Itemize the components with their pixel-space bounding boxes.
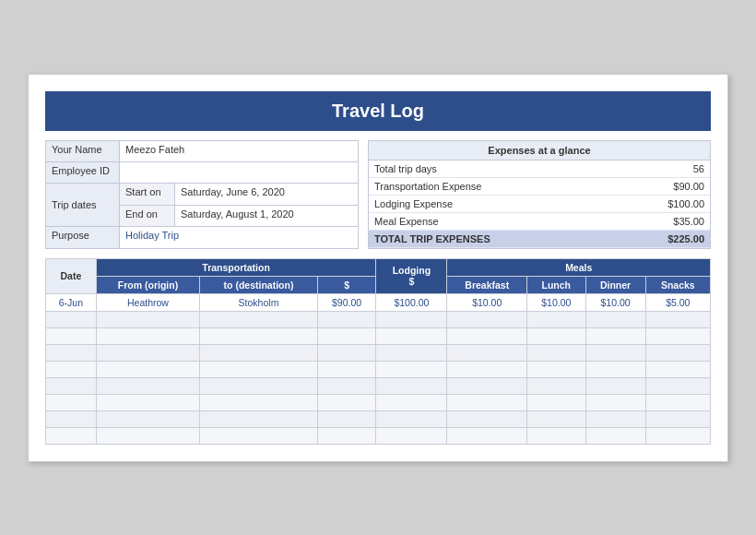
your-name-value: Meezo Fateh [120,140,359,161]
expenses-row-2: Lodging Expense $100.00 [369,195,710,212]
table-row-empty-3 [46,344,711,361]
expenses-row-1: Transportation Expense $90.00 [369,177,710,195]
col-meals-group: Meals [447,258,711,276]
expenses-table: Total trip days 56 Transportation Expens… [369,160,710,248]
expenses-row-0: Total trip days 56 [369,160,710,178]
exp-label-1: Transportation Expense [369,177,617,195]
col-from-origin: From (origin) [96,276,199,293]
employee-id-label: Employee ID [46,161,120,183]
col-breakfast: Breakfast [447,276,527,293]
employee-id-value [120,161,359,183]
col-to-dest: to (destination) [200,276,318,293]
your-name-label: Your Name [46,140,120,161]
table-row-empty-4 [46,361,711,377]
travel-log-page: Travel Log Your Name Meezo Fateh Employe… [28,74,728,462]
col-snacks: Snacks [645,276,710,293]
col-transport-dollar: $ [317,276,375,293]
exp-label-0: Total trip days [369,160,617,178]
data-table: Date Transportation Lodging $ Meals From… [45,258,711,445]
exp-value-1: $90.00 [617,177,710,195]
table-row-empty-1 [46,311,711,327]
table-row-empty-6 [46,394,711,410]
cell-breakfast-0: $10.00 [447,293,527,311]
purpose-label: Purpose [46,227,120,248]
col-lodging-group: Lodging $ [376,258,447,293]
expenses-header: Expenses at a glance [369,141,710,160]
expenses-row-3: Meal Expense $35.00 [369,212,710,230]
expenses-total-row: TOTAL TRIP EXPENSES $225.00 [369,230,710,247]
page-title: Travel Log [45,91,711,131]
start-on-label: Start on [120,184,175,205]
total-value: $225.00 [617,230,710,247]
cell-dinner-0: $10.00 [585,293,645,311]
col-transport-group: Transportation [96,258,376,276]
exp-value-0: 56 [617,160,710,178]
start-on-value: Saturday, June 6, 2020 [175,184,359,205]
cell-date-0: 6-Jun [46,293,97,311]
col-dinner: Dinner [585,276,645,293]
exp-value-3: $35.00 [617,212,710,230]
col-date: Date [46,258,97,293]
exp-value-2: $100.00 [617,195,710,212]
col-lunch: Lunch [527,276,585,293]
end-on-label: End on [120,205,175,226]
cell-from-0: Heathrow [96,293,199,311]
table-row-empty-5 [46,377,711,394]
table-row-0: 6-Jun Heathrow Stokholm $90.00 $100.00 $… [46,293,711,311]
lodging-dollar-label: $ [381,276,442,287]
table-row-empty-7 [46,410,711,427]
total-label: TOTAL TRIP EXPENSES [369,230,617,247]
lodging-group-label: Lodging [381,265,442,276]
trip-dates-label: Trip dates [46,184,120,227]
exp-label-2: Lodging Expense [369,195,617,212]
exp-label-3: Meal Expense [369,212,617,230]
end-on-value: Saturday, August 1, 2020 [175,205,359,226]
cell-lunch-0: $10.00 [527,293,585,311]
info-table: Your Name Meezo Fateh Employee ID Trip d… [45,140,359,249]
cell-snacks-0: $5.00 [645,293,710,311]
cell-to-0: Stokholm [200,293,318,311]
table-row-empty-2 [46,327,711,344]
purpose-value: Holiday Trip [120,227,359,248]
cell-lodging-0: $100.00 [376,293,447,311]
cell-transport-0: $90.00 [317,293,375,311]
table-row-empty-8 [46,427,711,444]
top-section: Your Name Meezo Fateh Employee ID Trip d… [45,140,711,249]
expenses-box: Expenses at a glance Total trip days 56 … [368,140,711,249]
